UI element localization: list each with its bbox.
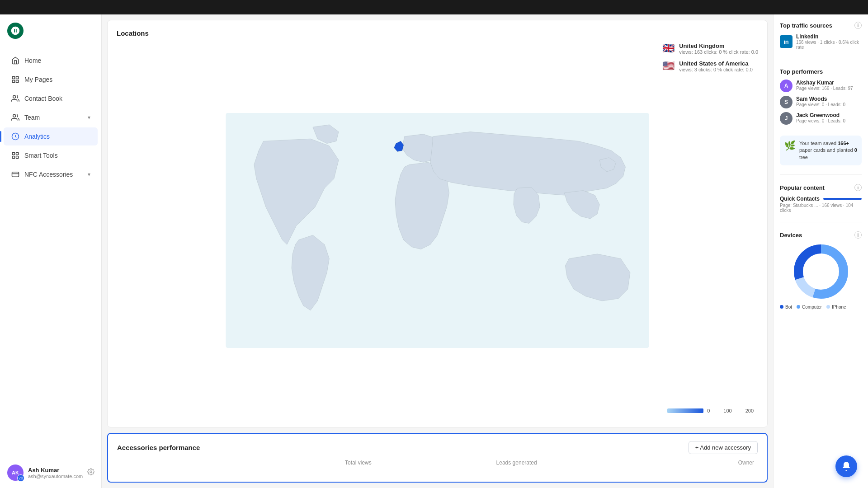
sidebar-item-my-pages[interactable]: My Pages <box>4 70 98 89</box>
sidebar-item-team-label: Team <box>24 114 40 121</box>
nfc-chevron-icon: ▾ <box>88 171 90 178</box>
sidebar-item-analytics[interactable]: Analytics <box>4 127 98 145</box>
performer-stats-0: Page views: 166 · Leads: 97 <box>796 86 853 91</box>
active-indicator <box>0 131 1 142</box>
user-email: ash@synxautomate.com <box>28 474 83 479</box>
device-legend: Bot Computer IPhone <box>780 305 862 310</box>
popular-info-icon[interactable]: i <box>854 184 862 191</box>
accessories-header: Accessories performance + Add new access… <box>117 441 758 454</box>
devices-title: Devices i <box>780 231 862 239</box>
accessories-title: Accessories performance <box>117 444 200 451</box>
svg-rect-2 <box>12 80 14 83</box>
settings-icon[interactable] <box>87 468 94 477</box>
sidebar-item-my-pages-label: My Pages <box>24 76 52 83</box>
us-stats: views: 3 clicks: 0 % click rate: 0.0 <box>679 67 753 72</box>
svg-rect-0 <box>12 76 14 79</box>
tree-count: 0 <box>854 147 857 153</box>
nfc-icon <box>11 170 20 179</box>
sidebar-item-smart-tools-label: Smart Tools <box>24 152 58 159</box>
svg-point-4 <box>13 95 16 98</box>
performer-item-2: J Jack Greenwood Page views: 0 · Leads: … <box>780 112 862 125</box>
legend-computer: Computer <box>797 305 822 310</box>
world-map <box>117 113 758 348</box>
popular-page-0: Page: Starbucks ... <box>780 203 818 208</box>
map-legend: 0 100 200 <box>667 408 754 413</box>
sidebar-logo <box>0 14 101 47</box>
sidebar-item-contact-book[interactable]: Contact Book <box>4 89 98 108</box>
user-info: Ash Kumar ash@synxautomate.com <box>28 467 83 479</box>
col-header-total-views: Total views <box>279 460 437 466</box>
popular-content-section: Popular content i Quick Contacts Page: S… <box>780 184 862 213</box>
performer-name-2: Jack Greenwood <box>796 112 845 118</box>
legend-bot: Bot <box>780 305 792 310</box>
uk-info: United Kingdom views: 163 clicks: 0 % cl… <box>679 42 758 55</box>
legend-mid: 100 <box>723 408 731 413</box>
uk-flag: 🇬🇧 <box>662 42 675 54</box>
svg-rect-8 <box>16 152 19 155</box>
sidebar-item-contact-book-label: Contact Book <box>24 95 62 102</box>
pages-icon <box>11 75 20 84</box>
smart-tools-icon <box>11 151 20 160</box>
contacts-icon <box>11 94 20 103</box>
traffic-item-linkedin: in LinkedIn 166 views · 1 clicks · 0.6% … <box>780 33 862 50</box>
divider-3 <box>780 222 862 222</box>
linkedin-info: LinkedIn 166 views · 1 clicks · 0.6% cli… <box>796 33 862 50</box>
app-logo <box>7 23 24 39</box>
map-title: Locations <box>117 29 758 37</box>
sidebar-item-smart-tools[interactable]: Smart Tools <box>4 146 98 164</box>
popular-item-name-0: Quick Contacts <box>780 196 862 202</box>
divider-1 <box>780 59 862 59</box>
performer-name-1: Sam Woods <box>796 96 845 102</box>
top-performers-section: Top performers A Akshay Kumar Page views… <box>780 68 862 128</box>
popular-content-title: Popular content i <box>780 184 862 191</box>
sidebar-item-analytics-label: Analytics <box>24 133 50 140</box>
top-traffic-title: Top traffic sources i <box>780 22 862 29</box>
performer-name-0: Akshay Kumar <box>796 80 853 86</box>
top-bar <box>0 0 868 14</box>
donut-chart <box>792 242 850 301</box>
svg-rect-3 <box>16 80 19 83</box>
top-performers-title: Top performers <box>780 68 862 75</box>
performer-avatar-2: J <box>780 112 793 125</box>
sidebar-item-nfc-accessories-label: NFC Accessories <box>24 171 73 178</box>
main-content: Locations <box>102 14 773 488</box>
sidebar-item-home[interactable]: Home <box>4 52 98 70</box>
traffic-info-icon[interactable]: i <box>854 22 862 29</box>
us-info: United States of America views: 3 clicks… <box>679 60 753 72</box>
paper-cards-banner: 🌿 Your team saved 166+ paper cards and p… <box>780 136 862 165</box>
country-item-us: 🇺🇸 United States of America views: 3 cli… <box>662 60 758 72</box>
legend-max: 200 <box>745 408 754 413</box>
sidebar-item-nfc-accessories[interactable]: NFC Accessories ▾ <box>4 165 98 183</box>
devices-info-icon[interactable]: i <box>854 231 862 239</box>
legend-iphone: IPhone <box>826 305 846 310</box>
paper-cards-text: Your team saved 166+ paper cards and pla… <box>799 140 857 161</box>
legend-gradient-bar <box>667 408 703 413</box>
megaphone-icon <box>841 461 852 472</box>
performer-stats-2: Page views: 0 · Leads: 0 <box>796 118 845 123</box>
popular-item-stats-0: Page: Starbucks ... · 166 views · 104 cl… <box>780 203 862 213</box>
linkedin-name: LinkedIn <box>796 33 862 40</box>
divider-2 <box>780 174 862 175</box>
top-traffic-section: Top traffic sources i in LinkedIn 166 vi… <box>780 22 862 50</box>
add-accessory-button[interactable]: + Add new accessory <box>689 441 758 454</box>
legend-min: 0 <box>707 408 710 413</box>
svg-rect-1 <box>16 76 19 79</box>
sidebar-user-section: AK 20 Ash Kumar ash@synxautomate.com <box>0 457 101 488</box>
sidebar: Home My Pages Contact Book <box>0 14 102 488</box>
svg-point-19 <box>805 256 837 287</box>
accessories-table-header: Total views Leads generated Owner <box>117 460 758 466</box>
country-list: 🇬🇧 United Kingdom views: 163 clicks: 0 %… <box>662 42 758 72</box>
svg-point-5 <box>13 114 16 117</box>
sidebar-item-team[interactable]: Team ▾ <box>4 108 98 127</box>
popular-views-0: 166 views <box>822 203 842 208</box>
svg-rect-11 <box>12 172 19 177</box>
accessories-section: Accessories performance + Add new access… <box>107 433 768 483</box>
team-chevron-icon: ▾ <box>88 114 90 121</box>
performer-stats-1: Page views: 0 · Leads: 0 <box>796 102 845 107</box>
popular-bar-0 <box>823 198 862 200</box>
performer-info-2: Jack Greenwood Page views: 0 · Leads: 0 <box>796 112 845 123</box>
svg-rect-10 <box>16 156 19 159</box>
notification-button[interactable] <box>835 455 857 477</box>
performer-info-1: Sam Woods Page views: 0 · Leads: 0 <box>796 96 845 107</box>
performer-item-0: A Akshay Kumar Page views: 166 · Leads: … <box>780 80 862 92</box>
